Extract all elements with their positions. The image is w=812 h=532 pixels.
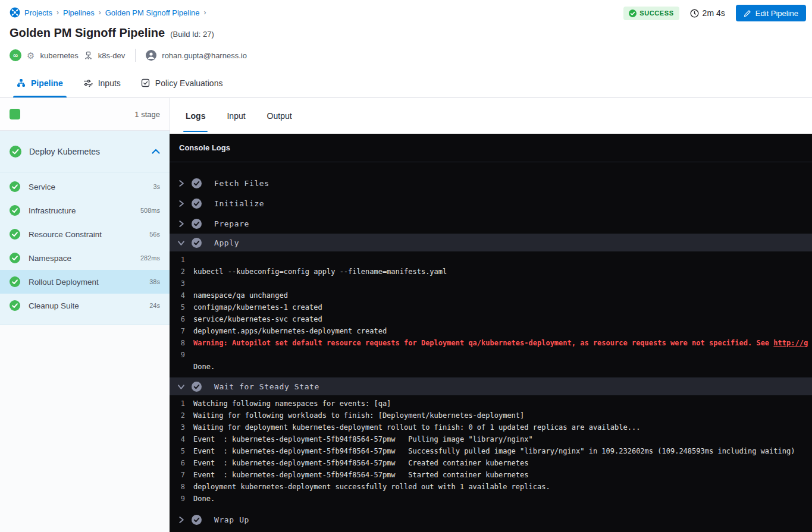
step-name: Cleanup Suite — [29, 301, 141, 310]
line-number: 9 — [170, 495, 185, 503]
user-icon — [146, 50, 156, 61]
stage-header-deploy-kubernetes[interactable]: Deploy Kubernetes — [0, 131, 170, 172]
log-section-initialize[interactable]: Initialize — [170, 193, 812, 213]
policy-check-icon — [141, 78, 150, 87]
step-infrastructure[interactable]: Infrastructure508ms — [0, 199, 170, 222]
section-success-icon — [192, 515, 202, 525]
line-text: Waiting for following workloads to finis… — [193, 411, 524, 420]
line-number: 2 — [170, 411, 185, 420]
section-success-icon — [192, 219, 202, 229]
log-section-apply[interactable]: Apply — [170, 234, 812, 251]
harness-logo-icon[interactable] — [10, 7, 20, 18]
stage-count: 1 stage — [134, 110, 160, 119]
step-service[interactable]: Service3s — [0, 175, 170, 199]
stage-success-icon — [10, 146, 21, 158]
log-section-title: Wrap Up — [214, 515, 249, 524]
line-number: 8 — [170, 339, 185, 347]
line-text: Event : kubernetes-deployment-5fb94f8564… — [193, 471, 529, 479]
log-section-wait-for-steady-state[interactable]: Wait for Steady State — [170, 377, 812, 395]
stage-panel: Deploy Kubernetes Service3sInfrastructur… — [0, 131, 170, 325]
line-text: Event : kubernetes-deployment-5fb94f8564… — [193, 459, 529, 467]
log-section-title: Fetch Files — [214, 179, 269, 188]
warning-link[interactable]: http://g — [773, 339, 808, 347]
breadcrumb-pipelines[interactable]: Pipelines — [63, 8, 95, 17]
log-lines-apply: 12kubectl --kubeconfig=config apply --fi… — [170, 251, 812, 377]
log-line: 3 — [170, 278, 812, 289]
line-number: 5 — [170, 447, 185, 455]
page-title: Golden PM Signoff Pipeline — [10, 26, 165, 40]
step-namespace[interactable]: Namespace282ms — [0, 246, 170, 270]
log-line: 6service/kubernetes-svc created — [170, 313, 812, 325]
inputs-icon — [83, 78, 93, 87]
line-number: 6 — [170, 315, 185, 323]
tab-input[interactable]: Input — [227, 98, 245, 134]
chevron-up-icon[interactable] — [152, 149, 160, 154]
stage-summary-bar: 1 stage — [0, 98, 170, 131]
log-line: 2kubectl --kubeconfig=config apply --fil… — [170, 266, 812, 278]
breadcrumb-pipeline-name[interactable]: Golden PM Signoff Pipeline — [105, 8, 200, 17]
line-text: Done. — [193, 363, 215, 371]
chevron-down-icon[interactable] — [178, 383, 184, 390]
edit-pipeline-button[interactable]: Edit Pipeline — [736, 5, 806, 21]
tab-output[interactable]: Output — [267, 98, 292, 134]
console-logs-header: Console Logs — [170, 134, 812, 162]
breadcrumb-separator: › — [99, 8, 101, 17]
step-success-icon — [10, 181, 20, 192]
section-success-icon — [192, 382, 202, 392]
log-section-title: Apply — [214, 238, 239, 247]
line-text: Event : kubernetes-deployment-5fb94f8564… — [193, 447, 795, 455]
step-name: Service — [29, 182, 145, 191]
tab-inputs[interactable]: Inputs — [76, 68, 128, 97]
pipeline-icon — [17, 78, 26, 87]
log-line: 6Event : kubernetes-deployment-5fb94f856… — [170, 457, 812, 469]
step-duration: 508ms — [140, 207, 160, 214]
step-success-icon — [10, 276, 20, 287]
environment-name: k8s-dev — [98, 51, 126, 60]
chevron-right-icon[interactable] — [178, 221, 184, 227]
log-line: 5Event : kubernetes-deployment-5fb94f856… — [170, 445, 812, 457]
chevron-down-icon[interactable] — [178, 240, 184, 246]
log-line: 7deployment.apps/kubernetes-deployment c… — [170, 325, 812, 337]
line-number: 2 — [170, 267, 185, 276]
log-line: 4namespace/qa unchanged — [170, 289, 812, 301]
main-tab-bar: Pipeline Inputs Policy Evaluations — [0, 68, 812, 98]
chevron-right-icon[interactable] — [178, 200, 184, 207]
line-number: 6 — [170, 459, 185, 467]
log-tab-bar: Logs Input Output — [170, 98, 812, 134]
chevron-right-icon[interactable] — [178, 517, 184, 523]
user-email: rohan.gupta@harness.io — [162, 51, 247, 60]
clock-icon — [690, 9, 699, 18]
log-section-wrap-up[interactable]: Wrap Up — [170, 509, 812, 530]
log-line: 1Watching following namespaces for event… — [170, 398, 812, 410]
log-section-title: Prepare — [214, 219, 249, 228]
log-section-fetch-files[interactable]: Fetch Files — [170, 173, 812, 193]
line-number: 9 — [170, 351, 185, 359]
line-number: 3 — [170, 279, 185, 288]
tab-logs[interactable]: Logs — [186, 98, 205, 134]
breadcrumb-projects[interactable]: Projects — [24, 8, 52, 17]
step-resource-constraint[interactable]: Resource Constraint56s — [0, 222, 170, 246]
page-header: Projects › Pipelines › Golden PM Signoff… — [0, 0, 812, 68]
line-number: 7 — [170, 327, 185, 335]
step-duration: 56s — [149, 231, 160, 238]
line-number: 8 — [170, 483, 185, 491]
log-line: 8Warning: Autopilot set default resource… — [170, 337, 812, 349]
log-line: 5configmap/kubernetes-1 created — [170, 301, 812, 313]
log-line: 9Done. — [170, 493, 812, 505]
step-cleanup-suite[interactable]: Cleanup Suite24s — [0, 294, 170, 317]
tab-pipeline[interactable]: Pipeline — [10, 68, 70, 97]
chevron-right-icon[interactable] — [178, 180, 184, 187]
line-text: Event : kubernetes-deployment-5fb94f8564… — [193, 435, 533, 443]
line-text: Watching following namespaces for events… — [193, 399, 391, 408]
log-line: Done. — [170, 361, 812, 373]
step-rollout-deployment[interactable]: Rollout Deployment38s — [0, 270, 170, 294]
line-text: Waiting for deployment kubernetes-deploy… — [193, 423, 640, 432]
stage-status-square[interactable] — [10, 109, 20, 119]
log-section-title: Wait for Steady State — [214, 382, 319, 391]
divider — [135, 49, 136, 62]
service-icon: ⚙ — [27, 51, 35, 60]
tab-policy-evaluations[interactable]: Policy Evaluations — [134, 68, 230, 97]
step-name: Infrastructure — [29, 206, 132, 215]
log-section-prepare[interactable]: Prepare — [170, 213, 812, 234]
log-line: 4Event : kubernetes-deployment-5fb94f856… — [170, 433, 812, 445]
